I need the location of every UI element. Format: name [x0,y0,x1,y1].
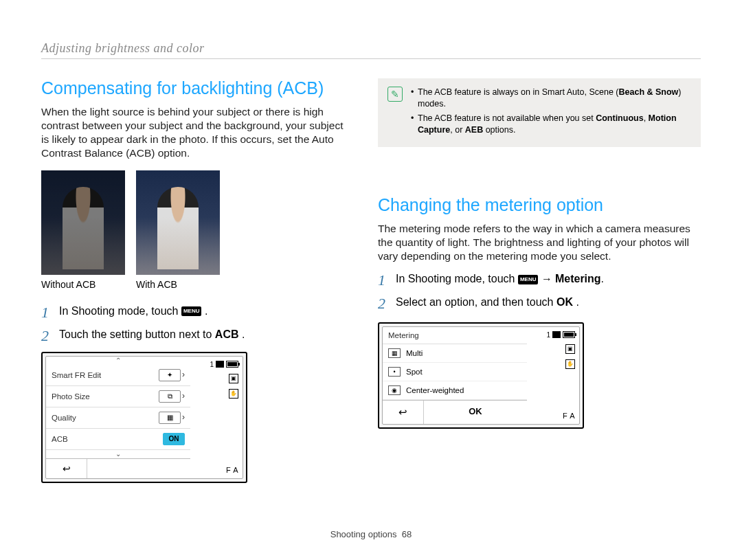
flash-auto-indicator: F A [226,466,238,474]
option-label: Center-weighted [406,386,464,394]
caption-with: With ACB [136,279,220,290]
menu-row-smart-fr[interactable]: Smart FR Edit ✦› [46,365,190,386]
photo-without-acb [41,170,125,275]
ois-icon: ✋ [565,359,575,369]
battery-icon [563,331,575,338]
example-photos [41,170,344,275]
step-bold: Metering [555,273,601,284]
flash-auto-indicator: F A [563,412,575,420]
metering-step-1: 1 In Shooting mode, touch MENU → Meterin… [378,273,701,288]
acb-body: When the light source is behind your sub… [41,105,344,161]
page-header: Adjusting brightness and color [41,41,701,56]
photo-captions: Without ACB With ACB [41,279,344,290]
menu-label: Photo Size [52,392,90,401]
scroll-up-icon[interactable]: ⌃ [46,357,190,365]
menu-row-acb[interactable]: ACB ON [46,429,190,450]
step-text: In Shooting mode, touch [396,273,518,284]
arrow-icon: → [541,273,555,284]
note-box: ✎ The ACB feature is always on in Smart … [378,78,701,147]
shot-count: 1 [210,361,214,368]
menu-label: Quality [52,414,76,422]
status-bar: 1 ▣ ✋ F A [537,331,575,420]
content-columns: Compensating for backlighting (ACB) When… [41,78,701,483]
option-spot[interactable]: • Spot [383,363,527,381]
acb-heading: Compensating for backlighting (ACB) [41,78,344,98]
note-icon: ✎ [387,87,403,102]
metering-step-2: 2 Select an option, and then touch OK . [378,296,701,311]
page-footer: Shooting options 68 [0,529,742,539]
ok-icon: OK [556,296,573,308]
scroll-down-icon[interactable]: ⌄ [46,450,190,458]
spot-icon: • [388,367,401,377]
step-number: 1 [378,273,389,288]
toggle-icon[interactable]: ▦ [159,412,181,424]
step-text-end: . [576,296,578,308]
option-multi[interactable]: ▦ Multi [383,344,527,363]
step-text: Select an option, and then touch [396,296,556,308]
left-column: Compensating for backlighting (ACB) When… [41,78,344,483]
photo-with-acb [136,170,220,275]
back-button[interactable]: ↩ [383,401,424,424]
step-text-end: . [205,305,207,317]
option-label: Multi [406,349,423,357]
menu-row-quality[interactable]: Quality ▦› [46,407,190,429]
card-icon [216,361,224,368]
metering-heading: Changing the metering option [378,195,701,215]
step-text: In Shooting mode, touch [59,305,181,317]
step-number: 2 [378,296,389,311]
metering-screen: Metering ▦ Multi • Spot ◉ Center-weighte… [378,322,584,429]
step-text: Touch the setting button next to [59,328,215,340]
menu-label: ACB [52,435,68,443]
metering-body: The metering mode refers to the way in w… [378,222,701,263]
caption-without: Without ACB [41,279,125,290]
battery-icon [226,361,238,368]
acb-step-1: 1 In Shooting mode, touch MENU . [41,305,344,320]
footer-page: 68 [402,529,412,539]
acb-screen: ⌃ Smart FR Edit ✦› Photo Size ⧉› Quality… [41,352,247,483]
step-number: 2 [41,328,52,344]
header-rule [41,58,701,59]
multi-icon: ▦ [388,348,401,358]
menu-icon: MENU [181,306,202,316]
acb-step-2: 2 Touch the setting button next to ACB . [41,328,344,344]
step-number: 1 [41,305,52,320]
step-text-end: . [242,328,245,340]
back-button[interactable]: ↩ [46,459,87,478]
menu-list: ⌃ Smart FR Edit ✦› Photo Size ⧉› Quality… [46,357,190,478]
card-icon [552,331,561,338]
ok-button[interactable]: OK [424,401,527,424]
ois-icon: ✋ [229,389,238,399]
acb-steps: 1 In Shooting mode, touch MENU . 2 Touch… [41,305,344,344]
option-label: Spot [406,368,423,376]
toggle-icon[interactable]: ⧉ [159,390,181,403]
mode-icon: ▣ [565,344,575,354]
footer-section: Shooting options [330,529,397,539]
menu-icon: MENU [518,275,539,284]
step-bold: ACB [215,328,239,340]
right-column: ✎ The ACB feature is always on in Smart … [378,78,701,483]
menu-label: Smart FR Edit [52,371,101,379]
toggle-icon[interactable]: ✦ [159,369,181,381]
option-center-weighted[interactable]: ◉ Center-weighted [383,381,527,400]
metering-list: Metering ▦ Multi • Spot ◉ Center-weighte… [383,327,527,424]
acb-toggle-on[interactable]: ON [163,433,185,445]
note-line-1: The ACB feature is always on in Smart Au… [411,87,691,110]
metering-title: Metering [383,327,527,344]
menu-row-photo-size[interactable]: Photo Size ⧉› [46,386,190,407]
metering-steps: 1 In Shooting mode, touch MENU → Meterin… [378,273,701,311]
mode-icon: ▣ [229,374,238,383]
shot-count: 1 [546,331,550,339]
note-line-2: The ACB feature is not available when yo… [411,113,691,136]
center-weighted-icon: ◉ [388,385,401,395]
status-bar: 1 ▣ ✋ F A [200,361,238,474]
